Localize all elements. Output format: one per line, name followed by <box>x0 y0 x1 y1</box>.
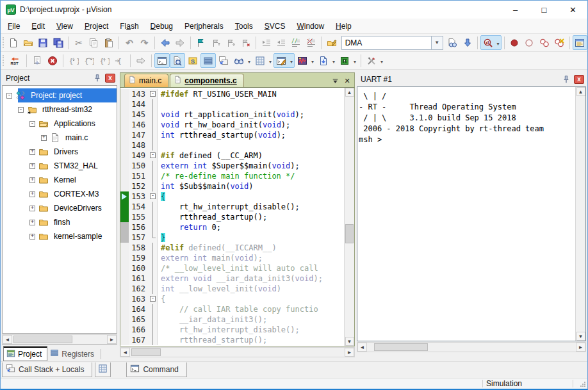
breakpoint-margin[interactable] <box>120 304 129 314</box>
uncomment-button[interactable]: // <box>304 35 318 50</box>
logic-analyzer-button[interactable] <box>295 53 316 68</box>
code-line-157[interactable]: 157} <box>120 232 344 243</box>
fold-collapse-icon[interactable]: - <box>150 296 156 302</box>
tree-item-drivers[interactable]: +Drivers <box>3 145 117 159</box>
code-line-148[interactable]: 148 <box>120 140 344 150</box>
breakpoint-margin[interactable] <box>120 243 129 253</box>
scroll-left-icon[interactable]: ◄ <box>120 348 130 357</box>
code-line-146[interactable]: 146void rt_hw_board_init(void); <box>120 120 344 130</box>
disable-all-breakpoints-button[interactable] <box>537 35 551 50</box>
plus-expander-icon[interactable]: + <box>29 177 35 183</box>
code-line-152[interactable]: 152int $Sub$$main(void) <box>120 181 344 191</box>
minus-expander-icon[interactable]: - <box>18 107 24 113</box>
scroll-down-icon[interactable]: ▼ <box>576 332 585 341</box>
new-file-button[interactable] <box>6 35 20 50</box>
code-line-167[interactable]: 167 rtthread_startup(); <box>120 335 344 345</box>
tree-item-finsh[interactable]: +finsh <box>3 215 117 229</box>
debug-tools-button[interactable] <box>364 53 385 68</box>
code-line-151[interactable]: 151/* re-define main function */ <box>120 171 344 181</box>
periodic-window-update-button[interactable] <box>573 35 587 50</box>
menu-view[interactable]: View <box>51 20 79 33</box>
menu-help[interactable]: Help <box>330 20 357 33</box>
step-over-button[interactable]: { } <box>81 53 97 68</box>
close-panel-icon[interactable]: x <box>574 75 584 84</box>
redo-button[interactable]: ↷ <box>137 35 152 50</box>
breakpoint-margin[interactable] <box>120 202 129 212</box>
open-project-button[interactable] <box>20 35 35 50</box>
scroll-thumb[interactable] <box>131 348 161 356</box>
scroll-left-icon[interactable]: ◄ <box>357 343 367 352</box>
breakpoint-margin[interactable] <box>120 120 129 130</box>
search-dropdown-icon[interactable]: ▼ <box>431 36 443 50</box>
tree-item-kernel-sample[interactable]: +kernel-sample <box>3 229 117 243</box>
breakpoint-margin[interactable] <box>120 171 129 181</box>
breakpoint-margin[interactable] <box>120 232 129 243</box>
scroll-left-icon[interactable]: ◄ <box>3 335 12 344</box>
scroll-thumb[interactable] <box>374 343 428 351</box>
menu-edit[interactable]: Edit <box>26 20 51 33</box>
code-editor[interactable]: 143-#ifdef RT_USING_USER_MAIN144145void … <box>120 88 344 346</box>
tab-command[interactable]: Command <box>126 362 186 377</box>
code-line-153[interactable]: 153-{ <box>120 191 344 202</box>
breakpoint-margin[interactable] <box>120 150 129 161</box>
menu-svcs[interactable]: SVCS <box>259 20 291 33</box>
scroll-right-icon[interactable]: ► <box>107 335 117 344</box>
tree-item-stm32-hal[interactable]: +STM32_HAL <box>3 159 117 173</box>
scroll-up-icon[interactable]: ▲ <box>345 88 354 97</box>
code-line-145[interactable]: 145void rt_application_init(void); <box>120 110 344 120</box>
code-line-144[interactable]: 144 <box>120 99 344 110</box>
breakpoint-margin[interactable] <box>120 314 129 325</box>
system-viewer-button[interactable] <box>316 53 337 68</box>
outdent-button[interactable] <box>274 35 288 50</box>
call-stack-window-button[interactable] <box>216 53 231 68</box>
memory-window-button[interactable] <box>252 53 274 68</box>
uart-vertical-scrollbar[interactable]: ▲ ▼ <box>575 87 585 341</box>
menu-tools[interactable]: Tools <box>229 20 259 33</box>
navigate-forward-button[interactable] <box>172 35 187 50</box>
step-out-button[interactable]: { } <box>97 53 112 68</box>
tab-project[interactable]: Project <box>3 346 47 361</box>
breakpoint-margin[interactable] <box>120 89 129 99</box>
code-line-156[interactable]: 156 return 0; <box>120 222 344 232</box>
registers-window-button[interactable] <box>200 53 216 68</box>
scroll-thumb[interactable] <box>345 224 354 243</box>
tab-main-c[interactable]: main.c <box>124 74 168 87</box>
menu-flash[interactable]: Flash <box>114 20 144 33</box>
tab-registers[interactable]: Registers <box>47 346 99 361</box>
tree-item-rtthread-stm32[interactable]: -rtthread-stm32 <box>3 102 117 117</box>
resize-grip[interactable] <box>580 381 585 387</box>
navigate-back-button[interactable] <box>158 35 172 50</box>
insert-breakpoint-button[interactable] <box>507 35 521 50</box>
window-list-icon[interactable] <box>330 76 340 86</box>
scroll-thumb[interactable] <box>13 336 72 343</box>
breakpoint-margin[interactable] <box>120 161 129 171</box>
serial-window-button[interactable] <box>274 53 295 68</box>
breakpoint-margin[interactable] <box>120 130 129 140</box>
next-bookmark-button[interactable] <box>223 35 238 50</box>
close-document-icon[interactable]: ✕ <box>342 76 352 86</box>
breakpoint-margin[interactable] <box>120 325 129 335</box>
toolbox-button[interactable] <box>337 53 358 68</box>
scroll-right-icon[interactable]: ► <box>576 343 585 352</box>
configure-target-button[interactable] <box>324 35 339 50</box>
menu-window[interactable]: Window <box>291 20 330 33</box>
copy-button[interactable] <box>86 35 101 50</box>
breakpoint-margin[interactable] <box>120 181 129 191</box>
minus-expander-icon[interactable]: - <box>29 121 35 127</box>
find-button[interactable]: d <box>480 35 501 50</box>
reset-button[interactable]: RST <box>6 53 24 68</box>
fold-margin[interactable]: - <box>149 191 158 202</box>
uart-horizontal-scrollbar[interactable]: ◄ ► <box>357 342 586 352</box>
breakpoint-margin[interactable] <box>120 284 129 294</box>
code-line-155[interactable]: 155 rtthread_startup(); <box>120 212 344 222</box>
minus-expander-icon[interactable]: - <box>6 93 12 99</box>
code-line-160[interactable]: 160/* __low_level_init will auto call <box>120 263 344 273</box>
code-line-163[interactable]: 163-{ <box>120 294 344 304</box>
indent-button[interactable] <box>259 35 274 50</box>
editor-vertical-scrollbar[interactable]: ▲ ▼ <box>344 88 354 346</box>
minimize-button[interactable]: – <box>501 1 530 19</box>
insert-bookmark-button[interactable] <box>193 35 208 50</box>
previous-bookmark-button[interactable] <box>208 35 223 50</box>
fold-collapse-icon[interactable]: - <box>150 193 156 199</box>
scroll-right-icon[interactable]: ► <box>345 348 354 357</box>
